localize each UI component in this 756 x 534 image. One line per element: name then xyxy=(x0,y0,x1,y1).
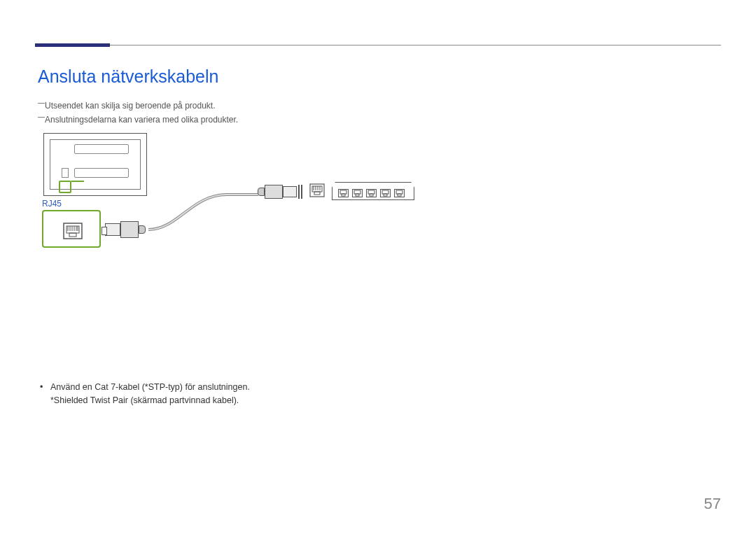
ethernet-cable xyxy=(143,188,262,235)
bullet-dot: • xyxy=(38,381,50,407)
tv-slot xyxy=(74,168,129,178)
svg-rect-21 xyxy=(356,194,359,196)
rj45-port-box xyxy=(42,210,101,248)
switch-ports xyxy=(338,189,405,197)
header-accent xyxy=(35,43,110,47)
bullet-line1: Använd en Cat 7-kabel (*STP-typ) för ans… xyxy=(50,382,250,392)
switch-port xyxy=(352,189,363,197)
ethernet-connector-left xyxy=(105,221,146,238)
bullet-text: Använd en Cat 7-kabel (*STP-typ) för ans… xyxy=(50,381,250,407)
page-content: Ansluta nätverkskabeln Utseendet kan ski… xyxy=(38,66,724,407)
tv-back-inner xyxy=(50,139,141,190)
svg-rect-18 xyxy=(342,194,345,196)
svg-rect-29 xyxy=(396,190,402,194)
svg-rect-1 xyxy=(66,226,79,233)
note-appearance: Utseendet kan skilja sig beroende på pro… xyxy=(38,101,724,111)
network-switch xyxy=(332,182,414,200)
connection-diagram: RJ45 xyxy=(38,133,416,252)
switch-port xyxy=(380,189,391,197)
svg-rect-20 xyxy=(354,190,360,194)
switch-port xyxy=(394,189,405,197)
page-number: 57 xyxy=(704,495,721,513)
rj45-label: RJ45 xyxy=(42,199,62,209)
svg-rect-27 xyxy=(384,194,387,196)
rj45-port-small-icon xyxy=(309,183,325,200)
svg-rect-2 xyxy=(69,233,76,237)
rj45-port-icon xyxy=(63,223,83,239)
ethernet-connector-right xyxy=(258,185,301,199)
svg-rect-17 xyxy=(340,190,346,194)
svg-rect-24 xyxy=(370,194,373,196)
section-heading: Ansluta nätverkskabeln xyxy=(38,66,724,87)
svg-rect-26 xyxy=(382,190,388,194)
bullet-line2: *Shielded Twist Pair (skärmad partvinnad… xyxy=(50,395,239,405)
rj45-highlight xyxy=(59,181,71,193)
header-rule xyxy=(35,45,721,45)
switch-port xyxy=(338,189,349,197)
note-connections: Anslutningsdelarna kan variera med olika… xyxy=(38,115,724,125)
svg-rect-23 xyxy=(368,190,374,194)
bullet-note: • Använd en Cat 7-kabel (*STP-typ) för a… xyxy=(38,381,724,407)
tv-slot xyxy=(62,168,69,178)
svg-rect-11 xyxy=(314,192,320,195)
switch-port xyxy=(366,189,377,197)
tv-back-panel xyxy=(43,133,147,196)
tv-slot xyxy=(74,144,129,154)
svg-rect-30 xyxy=(398,194,401,196)
